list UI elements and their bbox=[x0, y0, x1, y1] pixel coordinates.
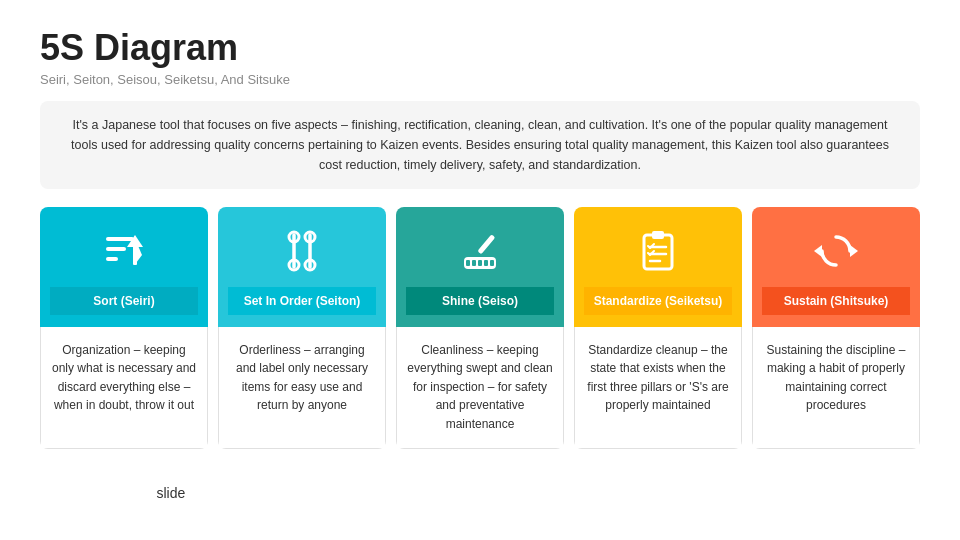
svg-marker-24 bbox=[850, 245, 858, 257]
svg-rect-0 bbox=[106, 237, 134, 241]
description-box: It's a Japanese tool that focuses on fiv… bbox=[40, 101, 920, 189]
card-seiso: Shine (Seiso) Cleanliness – keeping ever… bbox=[396, 207, 564, 449]
svg-rect-19 bbox=[644, 235, 672, 269]
svg-rect-17 bbox=[484, 260, 488, 266]
sort-icon bbox=[98, 225, 150, 277]
svg-rect-14 bbox=[466, 260, 470, 266]
card-sort-label: Sort (Seiri) bbox=[50, 287, 198, 315]
svg-marker-25 bbox=[814, 245, 822, 257]
card-seiton-label: Set In Order (Seiton) bbox=[228, 287, 376, 315]
page-title: 5S Diagram bbox=[40, 28, 920, 68]
card-shitsuke-body: Sustaining the discipline – making a hab… bbox=[752, 327, 920, 449]
card-shitsuke-label: Sustain (Shitsuke) bbox=[762, 287, 910, 315]
brand-slide: slide bbox=[116, 457, 960, 540]
seiketsu-icon bbox=[632, 225, 684, 277]
svg-rect-20 bbox=[652, 231, 664, 239]
card-seiso-label: Shine (Seiso) bbox=[406, 287, 554, 315]
card-seiketsu-header: Standardize (Seiketsu) bbox=[574, 207, 742, 327]
card-seiso-header: Shine (Seiso) bbox=[396, 207, 564, 327]
card-seiso-body: Cleanliness – keeping everything swept a… bbox=[396, 327, 564, 449]
card-sort: Sort (Seiri) Organization – keeping only… bbox=[40, 207, 208, 449]
card-seiton-body: Orderliness – arranging and label only n… bbox=[218, 327, 386, 449]
card-seiton: Set In Order (Seiton) Orderliness – arra… bbox=[218, 207, 386, 449]
card-sort-body: Organization – keeping only what is nece… bbox=[40, 327, 208, 449]
svg-rect-1 bbox=[106, 247, 126, 251]
card-seiketsu-label: Standardize (Seiketsu) bbox=[584, 287, 732, 315]
svg-rect-16 bbox=[478, 260, 482, 266]
footer: 2 | SlideSalad.com slidesalad bbox=[40, 449, 920, 540]
seiso-icon bbox=[454, 225, 506, 277]
slide: 5S Diagram Seiri, Seiton, Seisou, Seiket… bbox=[0, 0, 960, 540]
page-subtitle: Seiri, Seiton, Seisou, Seiketsu, And Sit… bbox=[40, 72, 920, 87]
card-seiketsu-body: Standardize cleanup – the state that exi… bbox=[574, 327, 742, 449]
description-text: It's a Japanese tool that focuses on fiv… bbox=[71, 118, 889, 172]
svg-rect-12 bbox=[477, 234, 495, 254]
seiton-icon bbox=[276, 225, 328, 277]
card-seiton-header: Set In Order (Seiton) bbox=[218, 207, 386, 327]
card-sort-header: Sort (Seiri) bbox=[40, 207, 208, 327]
shitsuke-icon bbox=[810, 225, 862, 277]
cards-section: Sort (Seiri) Organization – keeping only… bbox=[40, 207, 920, 449]
svg-rect-18 bbox=[490, 260, 494, 266]
card-shitsuke: Sustain (Shitsuke) Sustaining the discip… bbox=[752, 207, 920, 449]
footer-brand: slidesalad bbox=[116, 457, 960, 540]
svg-rect-2 bbox=[106, 257, 118, 261]
svg-rect-15 bbox=[472, 260, 476, 266]
card-seiketsu: Standardize (Seiketsu) Standardize clean… bbox=[574, 207, 742, 449]
card-shitsuke-header: Sustain (Shitsuke) bbox=[752, 207, 920, 327]
